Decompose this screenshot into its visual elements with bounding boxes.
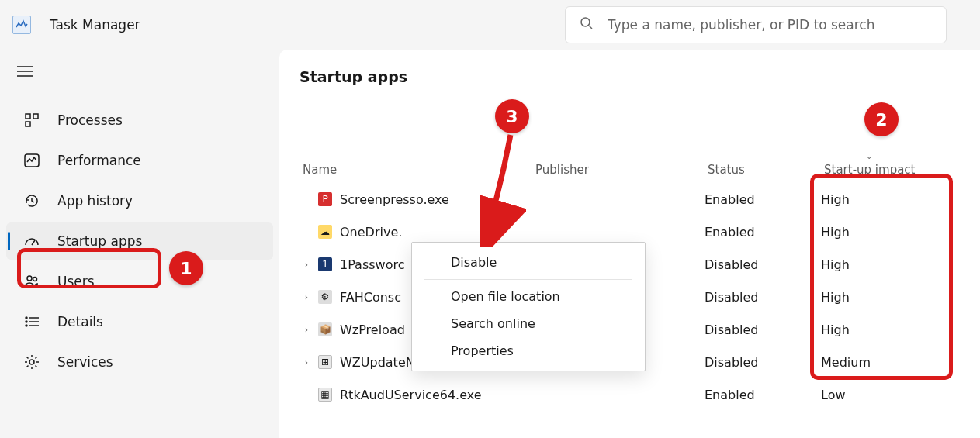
sidebar-item-label: Startup apps — [57, 233, 142, 249]
svg-point-14 — [26, 321, 27, 322]
app-title: Task Manager — [50, 17, 140, 33]
sidebar-item-performance[interactable]: Performance — [6, 142, 273, 179]
gear-icon — [23, 354, 40, 371]
svg-point-0 — [581, 18, 590, 26]
chevron-right-icon[interactable]: › — [300, 292, 313, 302]
app-row-icon: ⚙ — [318, 290, 332, 304]
sidebar-item-app-history[interactable]: App history — [6, 182, 273, 219]
column-headers: Name Publisher Status ⌄ Start-up impact — [300, 163, 980, 183]
context-menu: Disable Open file location Search online… — [411, 242, 646, 371]
svg-rect-7 — [26, 122, 30, 126]
search-input[interactable] — [608, 17, 932, 33]
menu-divider — [424, 279, 632, 280]
sidebar: Processes Performance App history Startu… — [0, 50, 279, 438]
grid-icon — [23, 112, 40, 129]
col-publisher[interactable]: Publisher — [532, 163, 705, 177]
hamburger-icon[interactable] — [17, 65, 279, 80]
sidebar-item-services[interactable]: Services — [6, 343, 273, 381]
app-row-icon: 1 — [318, 257, 332, 271]
sidebar-item-label: Services — [57, 354, 113, 370]
svg-line-1 — [589, 26, 592, 29]
chevron-right-icon[interactable]: › — [300, 325, 313, 335]
menu-item-properties[interactable]: Properties — [412, 337, 645, 364]
svg-point-10 — [27, 276, 32, 281]
menu-item-disable[interactable]: Disable — [412, 249, 645, 276]
sidebar-item-label: Processes — [57, 112, 123, 128]
menu-item-open-file-location[interactable]: Open file location — [412, 283, 645, 310]
search-box[interactable] — [565, 6, 947, 43]
svg-rect-6 — [33, 114, 38, 119]
sidebar-item-label: Performance — [57, 153, 141, 168]
menu-item-search-online[interactable]: Search online — [412, 310, 645, 337]
app-row-icon: 📦 — [318, 322, 332, 336]
app-icon — [12, 16, 31, 34]
sidebar-item-label: Details — [57, 314, 103, 329]
svg-point-18 — [29, 360, 34, 364]
annotation-badge-1: 1 — [169, 251, 203, 285]
col-impact[interactable]: ⌄ Start-up impact — [821, 163, 961, 177]
svg-rect-5 — [26, 114, 30, 119]
app-row-icon: P — [318, 192, 332, 206]
app-row-icon: ⊞ — [318, 355, 332, 369]
history-icon — [23, 192, 40, 209]
sidebar-item-details[interactable]: Details — [6, 303, 273, 340]
svg-point-16 — [26, 325, 27, 326]
activity-icon — [23, 152, 40, 169]
sidebar-item-startup-apps[interactable]: Startup apps — [6, 222, 273, 260]
sidebar-item-users[interactable]: Users — [6, 263, 273, 300]
users-icon — [23, 273, 40, 290]
chevron-right-icon[interactable]: › — [300, 260, 313, 270]
chevron-right-icon[interactable]: › — [300, 357, 313, 367]
sidebar-item-processes[interactable]: Processes — [6, 102, 273, 139]
svg-point-12 — [26, 317, 27, 319]
sidebar-item-label: Users — [57, 274, 95, 289]
app-row-icon: ▦ — [318, 388, 332, 402]
annotation-badge-3: 3 — [495, 99, 529, 133]
list-icon — [23, 313, 40, 330]
col-name[interactable]: Name — [300, 163, 532, 177]
search-icon — [580, 16, 594, 33]
gauge-icon — [23, 233, 40, 250]
svg-line-9 — [32, 240, 35, 245]
table-row[interactable]: PScreenpresso.exe Enabled High — [300, 183, 980, 216]
app-row-icon: ☁ — [318, 225, 332, 239]
page-title: Startup apps — [300, 68, 980, 85]
table-row[interactable]: ▦RtkAudUService64.exe Enabled Low — [300, 378, 980, 411]
sidebar-item-label: App history — [57, 193, 133, 209]
svg-point-11 — [33, 278, 37, 281]
col-status[interactable]: Status — [705, 163, 821, 177]
chevron-down-icon: ⌄ — [866, 152, 872, 160]
annotation-badge-2: 2 — [864, 102, 899, 136]
